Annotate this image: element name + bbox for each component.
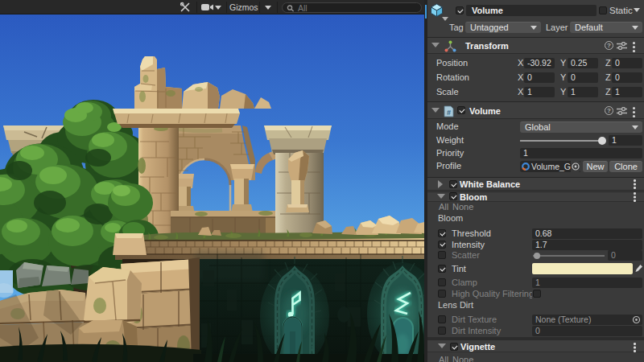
svg-text:#: # xyxy=(447,109,451,117)
